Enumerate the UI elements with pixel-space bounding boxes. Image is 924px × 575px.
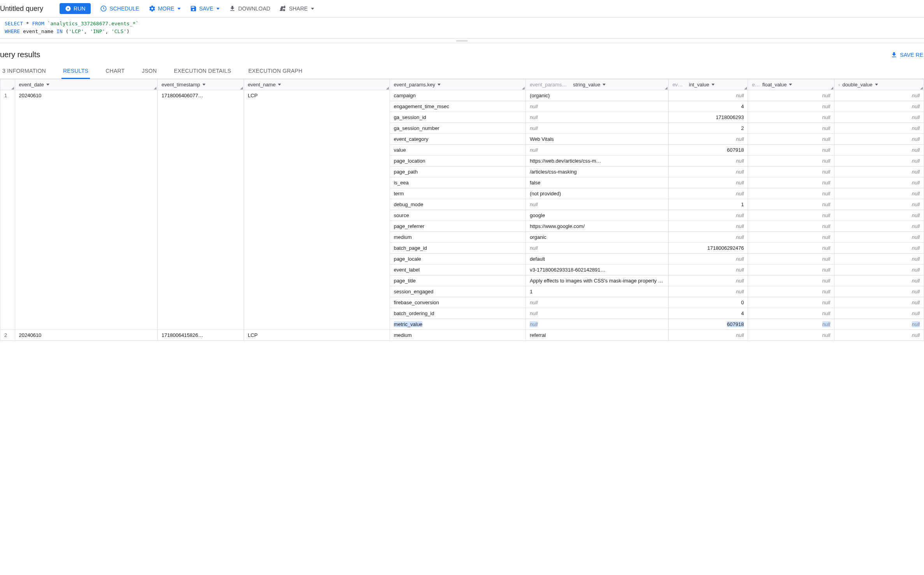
table-cell: firebase_conversion <box>390 297 525 308</box>
table-cell: google <box>526 210 669 221</box>
share-button[interactable]: SHARE <box>279 5 314 12</box>
column-header-event-date[interactable]: event_date <box>15 79 158 90</box>
table-cell: null <box>834 188 924 199</box>
column-header-event-name[interactable]: event_name <box>244 79 390 90</box>
query-toolbar: Untitled query RUN SCHEDULE MORE SAVE DO… <box>0 0 924 18</box>
table-cell: Web Vitals <box>526 134 669 145</box>
column-header-int-value[interactable]: ev… int_value <box>668 79 748 90</box>
table-cell: null <box>834 275 924 286</box>
table-cell: debug_mode <box>390 199 525 210</box>
table-cell: null <box>668 265 748 275</box>
table-cell: null <box>748 243 834 254</box>
table-cell: 20240610 <box>15 330 158 341</box>
table-cell: 4 <box>668 101 748 112</box>
table-cell: null <box>526 297 669 308</box>
table-cell: organic <box>526 232 669 243</box>
table-cell: page_title <box>390 275 525 286</box>
share-icon <box>279 5 286 12</box>
column-header-float-value[interactable]: e…float_value <box>748 79 834 90</box>
table-cell: 607918 <box>668 145 748 156</box>
table-cell: /articles/css-masking <box>526 167 669 177</box>
column-header-double-value[interactable]: ‹double_value <box>834 79 924 90</box>
table-cell: null <box>526 308 669 319</box>
table-cell: https://www.google.com/ <box>526 221 669 232</box>
table-cell: null <box>526 243 669 254</box>
more-button[interactable]: MORE <box>149 5 181 12</box>
table-cell: null <box>526 101 669 112</box>
column-header-string-value[interactable]: event_params… string_value <box>526 79 669 90</box>
table-cell: page_path <box>390 167 525 177</box>
table-header-row: event_date event_timestamp event_name ev… <box>0 79 924 90</box>
table-cell: null <box>668 134 748 145</box>
column-header-event-timestamp[interactable]: event_timestamp <box>158 79 244 90</box>
table-cell: event_label <box>390 265 525 275</box>
pane-resize-handle[interactable] <box>0 39 924 43</box>
table-cell: null <box>526 123 669 134</box>
table-cell: 0 <box>668 297 748 308</box>
table-cell: event_category <box>390 134 525 145</box>
table-cell: null <box>748 221 834 232</box>
row-number-cell: 1 <box>0 90 15 330</box>
table-cell: null <box>748 275 834 286</box>
tab-json[interactable]: JSON <box>140 64 158 79</box>
save-button[interactable]: SAVE <box>190 5 220 12</box>
sort-icon <box>202 84 206 86</box>
table-cell: null <box>834 319 924 330</box>
column-header-rownum[interactable] <box>0 79 15 90</box>
chevron-down-icon <box>177 8 181 10</box>
table-cell: null <box>834 254 924 265</box>
table-cell: null <box>748 112 834 123</box>
table-cell: is_eea <box>390 177 525 188</box>
results-tabs: 3 INFORMATION RESULTS CHART JSON EXECUTI… <box>0 64 924 79</box>
sql-editor[interactable]: SELECT * FROM `analytics_337268677.event… <box>0 18 924 39</box>
table-cell: null <box>526 319 669 330</box>
save-results-button[interactable]: SAVE RE <box>891 51 923 58</box>
table-cell: null <box>748 145 834 156</box>
table-cell: null <box>834 210 924 221</box>
table-cell: null <box>668 90 748 101</box>
results-header: uery results SAVE RE <box>0 43 924 61</box>
tab-execution-details[interactable]: EXECUTION DETAILS <box>172 64 233 79</box>
table-cell: null <box>668 330 748 341</box>
table-cell: Apply effects to images with CSS's mask-… <box>526 275 669 286</box>
table-cell: null <box>748 210 834 221</box>
table-cell: null <box>834 297 924 308</box>
table-cell: session_engaged <box>390 286 525 297</box>
play-icon <box>65 5 71 12</box>
run-button[interactable]: RUN <box>60 3 91 14</box>
sort-icon <box>711 84 715 86</box>
table-cell: source <box>390 210 525 221</box>
table-cell: false <box>526 177 669 188</box>
table-cell: null <box>748 265 834 275</box>
table-cell: null <box>834 134 924 145</box>
table-cell: medium <box>390 232 525 243</box>
table-cell: engagement_time_msec <box>390 101 525 112</box>
table-cell: null <box>748 156 834 167</box>
download-button[interactable]: DOWNLOAD <box>229 5 270 12</box>
table-cell: null <box>748 308 834 319</box>
table-cell: value <box>390 145 525 156</box>
table-cell: 1718006406077… <box>158 90 244 330</box>
tab-execution-graph[interactable]: EXECUTION GRAPH <box>247 64 304 79</box>
table-cell: ga_session_number <box>390 123 525 134</box>
chevron-down-icon <box>216 8 220 10</box>
tab-chart[interactable]: CHART <box>104 64 126 79</box>
table-cell: null <box>834 221 924 232</box>
schedule-button[interactable]: SCHEDULE <box>100 5 139 12</box>
tab-job-information[interactable]: 3 INFORMATION <box>1 64 47 79</box>
table-cell: null <box>748 297 834 308</box>
table-cell: 1 <box>668 199 748 210</box>
results-table: event_date event_timestamp event_name ev… <box>0 79 924 341</box>
table-cell: 1718006292476 <box>668 243 748 254</box>
table-cell: https://web.dev/articles/css-m… <box>526 156 669 167</box>
table-cell: null <box>748 90 834 101</box>
column-header-event-params-key[interactable]: event_params.key <box>390 79 525 90</box>
sort-icon <box>46 84 49 86</box>
table-cell: batch_page_id <box>390 243 525 254</box>
download-icon <box>891 51 898 58</box>
tab-results[interactable]: RESULTS <box>61 64 90 79</box>
table-cell: null <box>834 286 924 297</box>
clock-icon <box>100 5 107 12</box>
sort-icon <box>437 84 441 86</box>
table-cell: null <box>834 330 924 341</box>
